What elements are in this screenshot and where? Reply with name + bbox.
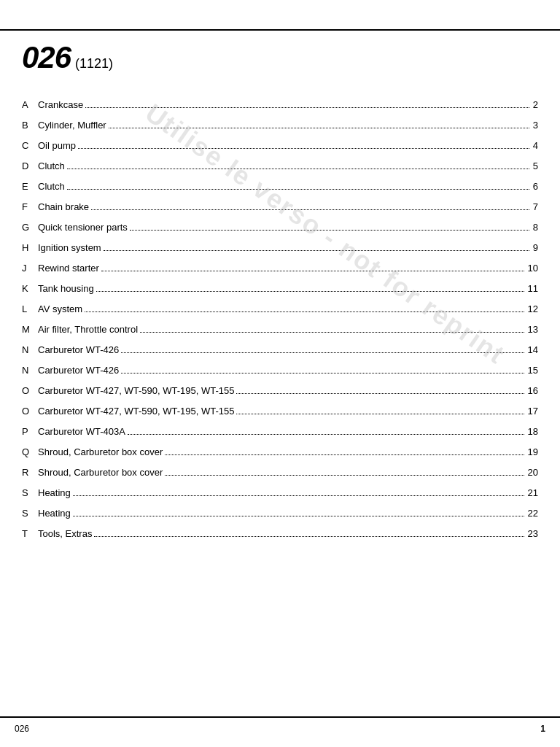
toc-label: Carburetor WT-426 bbox=[38, 340, 119, 360]
toc-page: 13 bbox=[524, 320, 538, 340]
toc-page: 16 bbox=[524, 381, 538, 401]
toc-dots bbox=[73, 516, 524, 516]
toc-page: 23 bbox=[524, 524, 538, 544]
table-row: EClutch6 bbox=[22, 177, 538, 197]
toc-page: 3 bbox=[529, 115, 538, 136]
top-border bbox=[0, 29, 560, 31]
table-row: SHeating22 bbox=[22, 503, 538, 524]
toc-dots bbox=[121, 373, 524, 374]
toc-dots bbox=[109, 128, 529, 128]
toc-dots bbox=[67, 189, 529, 190]
table-row: HIgnition system9 bbox=[22, 238, 538, 258]
toc-letter: R bbox=[22, 462, 38, 483]
toc-letter: S bbox=[22, 483, 38, 503]
toc-letter: B bbox=[22, 115, 38, 136]
model-number: 026 bbox=[22, 40, 71, 75]
toc-dots bbox=[96, 291, 524, 292]
table-row: PCarburetor WT-403A18 bbox=[22, 422, 538, 442]
toc-letter: E bbox=[22, 177, 38, 197]
toc-letter: G bbox=[22, 217, 38, 238]
toc-label: Ignition system bbox=[38, 238, 101, 258]
toc-label: Carburetor WT-426 bbox=[38, 360, 119, 381]
toc-letter: H bbox=[22, 238, 38, 258]
toc-dots bbox=[85, 311, 524, 312]
toc-page: 17 bbox=[524, 401, 538, 422]
toc-label: Tank housing bbox=[38, 279, 94, 299]
table-row: ACrankcase2 bbox=[22, 95, 538, 115]
toc-letter: T bbox=[22, 524, 38, 544]
toc-label: Carburetor WT-427, WT-590, WT-195, WT-15… bbox=[38, 401, 234, 422]
table-row: TTools, Extras23 bbox=[22, 524, 538, 544]
table-of-contents: ACrankcase2BCylinder, Muffler3COil pump4… bbox=[22, 95, 538, 544]
toc-page: 12 bbox=[524, 299, 538, 320]
table-row: MAir filter, Throttle control13 bbox=[22, 320, 538, 340]
footer: 026 1 bbox=[0, 724, 560, 734]
table-row: KTank housing11 bbox=[22, 279, 538, 299]
table-row: RShroud, Carburetor box cover20 bbox=[22, 462, 538, 483]
toc-label: Heating bbox=[38, 503, 71, 524]
toc-dots bbox=[236, 414, 524, 414]
toc-page: 4 bbox=[529, 136, 538, 156]
toc-letter: N bbox=[22, 340, 38, 360]
toc-page: 11 bbox=[524, 279, 538, 299]
table-row: GQuick tensioner parts8 bbox=[22, 217, 538, 238]
toc-page: 14 bbox=[524, 340, 538, 360]
table-row: FChain brake7 bbox=[22, 197, 538, 217]
toc-dots bbox=[91, 209, 529, 210]
toc-letter: O bbox=[22, 401, 38, 422]
toc-dots bbox=[73, 495, 524, 496]
table-row: NCarburetor WT-42614 bbox=[22, 340, 538, 360]
toc-letter: O bbox=[22, 381, 38, 401]
toc-letter: J bbox=[22, 258, 38, 279]
toc-dots bbox=[130, 230, 529, 231]
toc-page: 10 bbox=[524, 258, 538, 279]
toc-page: 21 bbox=[524, 483, 538, 503]
toc-letter: F bbox=[22, 197, 38, 217]
toc-label: Crankcase bbox=[38, 95, 83, 115]
toc-label: Clutch bbox=[38, 156, 65, 177]
toc-page: 9 bbox=[529, 238, 538, 258]
model-subtitle: (1121) bbox=[75, 56, 113, 71]
toc-dots bbox=[140, 332, 524, 333]
toc-label: Cylinder, Muffler bbox=[38, 115, 106, 136]
toc-page: 20 bbox=[524, 462, 538, 483]
toc-page: 6 bbox=[529, 177, 538, 197]
table-row: LAV system12 bbox=[22, 299, 538, 320]
table-row: OCarburetor WT-427, WT-590, WT-195, WT-1… bbox=[22, 381, 538, 401]
toc-page: 18 bbox=[524, 422, 538, 442]
toc-letter: A bbox=[22, 95, 38, 115]
toc-label: Rewind starter bbox=[38, 258, 99, 279]
footer-model: 026 bbox=[15, 724, 29, 734]
toc-page: 15 bbox=[524, 360, 538, 381]
toc-label: Carburetor WT-403A bbox=[38, 422, 125, 442]
table-row: JRewind starter10 bbox=[22, 258, 538, 279]
bottom-border bbox=[0, 716, 560, 718]
header: 026 (1121) bbox=[22, 40, 113, 75]
toc-label: Air filter, Throttle control bbox=[38, 320, 138, 340]
toc-dots bbox=[94, 536, 524, 537]
toc-letter: S bbox=[22, 503, 38, 524]
toc-label: Chain brake bbox=[38, 197, 89, 217]
toc-letter: D bbox=[22, 156, 38, 177]
toc-label: Oil pump bbox=[38, 136, 76, 156]
toc-label: AV system bbox=[38, 299, 82, 320]
toc-page: 8 bbox=[529, 217, 538, 238]
toc-letter: C bbox=[22, 136, 38, 156]
toc-page: 7 bbox=[529, 197, 538, 217]
table-row: QShroud, Carburetor box cover19 bbox=[22, 442, 538, 462]
table-row: NCarburetor WT-42615 bbox=[22, 360, 538, 381]
toc-letter: K bbox=[22, 279, 38, 299]
toc-dots bbox=[165, 475, 524, 476]
toc-page: 22 bbox=[524, 503, 538, 524]
toc-page: 19 bbox=[524, 442, 538, 462]
toc-letter: L bbox=[22, 299, 38, 320]
toc-dots bbox=[67, 169, 529, 169]
table-row: OCarburetor WT-427, WT-590, WT-195, WT-1… bbox=[22, 401, 538, 422]
toc-dots bbox=[85, 107, 529, 108]
table-row: DClutch5 bbox=[22, 156, 538, 177]
toc-letter: N bbox=[22, 360, 38, 381]
footer-page: 1 bbox=[540, 724, 545, 734]
toc-dots bbox=[101, 271, 524, 271]
toc-dots bbox=[236, 393, 524, 394]
toc-label: Heating bbox=[38, 483, 71, 503]
